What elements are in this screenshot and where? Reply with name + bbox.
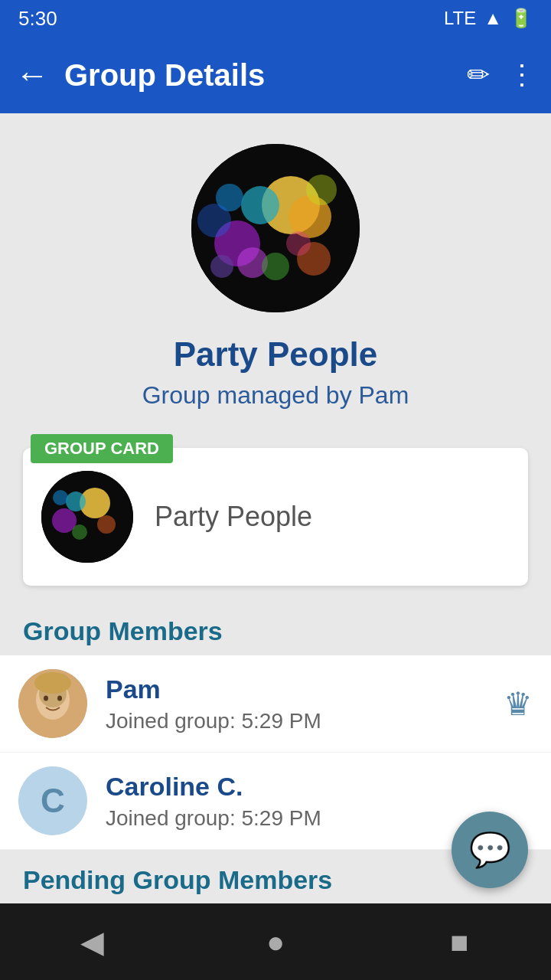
svg-point-11 [197, 204, 231, 237]
app-bar: ← Group Details ✏ ⋮ [0, 37, 551, 113]
group-header: Party People Group managed by Pam [0, 113, 551, 433]
admin-crown-icon: ♛ [504, 685, 533, 723]
svg-point-12 [286, 231, 311, 256]
nav-back-button[interactable]: ◀ [61, 911, 122, 972]
svg-point-18 [97, 515, 116, 534]
svg-point-19 [72, 524, 87, 540]
lte-icon: LTE [444, 8, 476, 29]
nav-home-button[interactable]: ● [245, 911, 306, 972]
member-name-caroline: Caroline C. [106, 772, 533, 802]
member-info-pam: Pam Joined group: 5:29 PM [106, 675, 504, 733]
app-bar-actions: ✏ ⋮ [467, 59, 536, 91]
status-bar: 5:30 LTE ▲ 🔋 [0, 0, 551, 37]
group-card-name: Party People [155, 501, 312, 533]
member-avatar-caroline: C [18, 766, 87, 835]
svg-point-23 [34, 672, 71, 694]
edit-button[interactable]: ✏ [467, 59, 490, 91]
member-avatar-pam [18, 669, 87, 738]
message-icon: 💬 [469, 830, 511, 870]
group-members-title: Group Members [23, 616, 528, 646]
battery-icon: 🔋 [510, 8, 533, 29]
bottom-nav: ◀ ● ■ [0, 903, 551, 980]
message-fab[interactable]: 💬 [452, 812, 528, 888]
svg-point-25 [57, 696, 62, 701]
group-card[interactable]: GROUP CARD Party People [23, 448, 528, 586]
svg-point-24 [44, 696, 48, 701]
group-card-label: GROUP CARD [31, 434, 173, 463]
nav-recent-button[interactable]: ■ [429, 911, 490, 972]
member-item-pam[interactable]: Pam Joined group: 5:29 PM ♛ [0, 655, 551, 753]
svg-point-17 [53, 490, 68, 505]
signal-icon: ▲ [484, 8, 502, 29]
svg-point-5 [241, 186, 279, 224]
group-avatar[interactable] [191, 144, 360, 312]
status-time: 5:30 [18, 7, 57, 31]
member-joined-pam: Joined group: 5:29 PM [106, 709, 504, 733]
more-options-button[interactable]: ⋮ [508, 59, 536, 91]
svg-point-10 [306, 175, 337, 205]
group-card-avatar [41, 471, 133, 563]
group-managed-by: Group managed by Pam [142, 381, 409, 410]
pending-title: Pending Group Members [23, 865, 528, 895]
svg-point-8 [210, 255, 233, 278]
svg-point-16 [66, 492, 86, 511]
status-icons: LTE ▲ 🔋 [444, 8, 533, 29]
group-card-content: Party People [23, 448, 528, 586]
page-title: Group Details [64, 58, 467, 93]
svg-point-9 [262, 253, 289, 280]
member-name-pam: Pam [106, 675, 504, 704]
group-name: Party People [174, 335, 378, 374]
back-button[interactable]: ← [15, 58, 49, 92]
group-members-section-header: Group Members [0, 601, 551, 655]
